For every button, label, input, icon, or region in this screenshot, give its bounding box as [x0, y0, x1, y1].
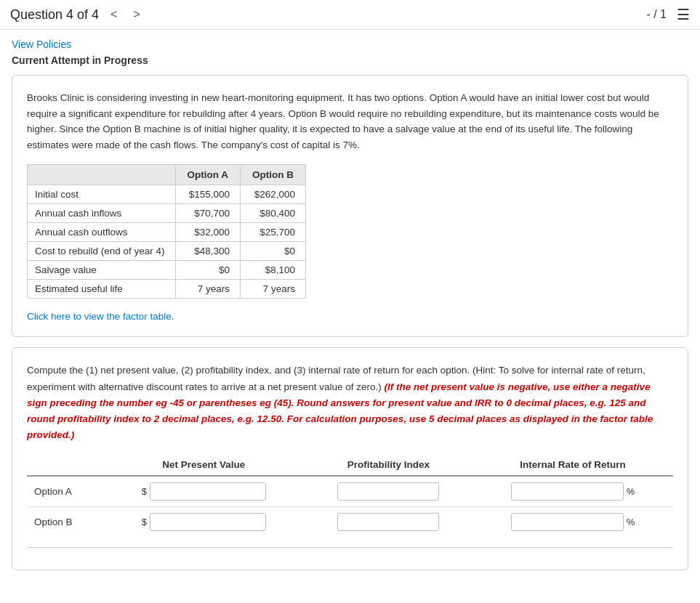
irr-cell: %: [472, 476, 673, 507]
option-a-irr-input[interactable]: [511, 482, 624, 501]
bottom-bar: [27, 547, 673, 555]
menu-icon[interactable]: ☰: [677, 6, 690, 23]
table-cell: 7 years: [175, 280, 241, 299]
body-content: View Policies Current Attempt in Progres…: [0, 30, 700, 579]
table-cell: Annual cash outflows: [28, 223, 176, 242]
pi-cell: [305, 506, 473, 537]
answer-col-label: [27, 454, 103, 476]
next-button[interactable]: >: [129, 7, 144, 23]
table-cell: 7 years: [241, 280, 306, 299]
table-cell: $70,700: [175, 204, 241, 223]
table-cell: Annual cash inflows: [28, 204, 176, 223]
header-right: - / 1 ☰: [646, 6, 690, 23]
compute-card: Compute the (1) net present value, (2) p…: [12, 347, 688, 570]
irr-cell: %: [472, 506, 673, 537]
option-b-irr-input[interactable]: [511, 513, 624, 531]
option-b-npv-input[interactable]: [150, 513, 266, 531]
answer-col-pi: Profitability Index: [305, 454, 473, 476]
table-cell: $25,700: [241, 223, 306, 242]
table-cell: $8,100: [241, 261, 306, 280]
table-cell: $0: [241, 242, 306, 261]
col-header-option-b: Option B: [241, 165, 306, 185]
col-header-option-a: Option A: [175, 165, 241, 185]
data-table: Option A Option B Initial cost$155,000$2…: [27, 164, 306, 299]
table-cell: $155,000: [175, 185, 241, 204]
dollar-sign: $: [142, 486, 147, 497]
score-label: - / 1: [646, 8, 667, 21]
question-label: Question 4 of 4: [10, 7, 99, 23]
table-cell: $80,400: [241, 204, 306, 223]
pi-cell: [305, 476, 473, 507]
npv-cell: $: [103, 476, 305, 507]
prev-button[interactable]: <: [106, 7, 121, 23]
percent-sign: %: [627, 486, 635, 497]
attempt-label: Current Attempt in Progress: [12, 54, 688, 66]
view-policies-link[interactable]: View Policies: [12, 39, 688, 50]
header: Question 4 of 4 < > - / 1 ☰: [0, 0, 700, 30]
table-cell: $262,000: [241, 185, 306, 204]
option-a-pi-input[interactable]: [337, 482, 439, 501]
option-a-label: Option A: [27, 476, 103, 507]
npv-cell: $: [103, 506, 305, 537]
answer-col-irr: Internal Rate of Return: [472, 454, 673, 476]
header-left: Question 4 of 4 < >: [10, 7, 145, 23]
table-cell: $32,000: [175, 223, 241, 242]
table-cell: Estimated useful life: [28, 280, 176, 299]
option-a-npv-input[interactable]: [150, 482, 266, 501]
percent-sign: %: [627, 517, 635, 527]
col-header-blank: [28, 165, 176, 185]
table-cell: $48,300: [175, 242, 241, 261]
table-cell: $0: [175, 261, 241, 280]
answer-table: Net Present Value Profitability Index In…: [27, 454, 673, 537]
option-b-label: Option B: [27, 506, 103, 537]
option-b-pi-input[interactable]: [337, 513, 439, 531]
info-card: Brooks Clinic is considering investing i…: [12, 75, 688, 337]
factor-link[interactable]: Click here to view the factor table.: [27, 311, 174, 322]
table-cell: Cost to rebuild (end of year 4): [28, 242, 176, 261]
table-cell: Initial cost: [28, 185, 176, 204]
answer-row: Option B$%: [27, 506, 673, 537]
info-paragraph: Brooks Clinic is considering investing i…: [27, 90, 673, 153]
compute-intro: Compute the (1) net present value, (2) p…: [27, 363, 673, 443]
dollar-sign: $: [142, 517, 147, 527]
answer-row: Option A$%: [27, 476, 673, 507]
answer-col-npv: Net Present Value: [103, 454, 305, 476]
table-cell: Salvage value: [28, 261, 176, 280]
